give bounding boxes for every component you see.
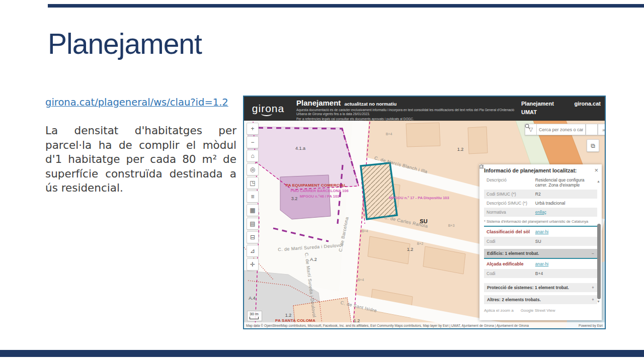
scroll-up-icon[interactable]: ▲	[597, 179, 600, 183]
legend-button[interactable]: ≡	[247, 191, 259, 203]
basemap-gallery-button[interactable]: ▦	[247, 204, 259, 216]
table-row: Codi B+4	[484, 269, 597, 278]
slide-hyperlink[interactable]: girona.cat/plageneral/ws/clau?id=1.2	[45, 97, 228, 108]
top-accent-bar	[48, 4, 644, 8]
map-label: A.4	[249, 296, 256, 301]
map-canvas[interactable]: 4.1.a3.2A.2A.4SUPA EQUIPAMENT COMERCIALP…	[244, 121, 605, 328]
map-label: B+3	[448, 224, 455, 227]
collapse-icon[interactable]: −	[592, 251, 594, 256]
table-row: Descripció SIMUC (*) Urbà tradicional	[484, 199, 597, 208]
page-title: Planejament	[48, 27, 202, 60]
map-attribution: Map data © OpenStreetMap contributors, M…	[244, 322, 605, 328]
header-disclaimer-1: Aquesta documentació és de caràcter excl…	[296, 108, 517, 116]
scale-bar: 30 m	[247, 311, 262, 321]
map-label: B+4	[386, 132, 392, 136]
anar-hi-link[interactable]: anar-hi	[535, 229, 548, 234]
planejament-app-window: girona Planejament actualitzat no normat…	[243, 96, 606, 329]
map-label: 3.2	[291, 196, 298, 201]
anar-hi-link[interactable]: anar-hi	[535, 261, 548, 266]
panel-footnote: * Sistema d'informació del planejament u…	[479, 217, 602, 226]
info-panel: Informació de planejament localitzat: × …	[479, 164, 602, 320]
bottom-accent-bar	[0, 350, 644, 357]
app-header: girona Planejament actualitzat no normat…	[244, 97, 605, 121]
header-right-org: UMAT	[521, 108, 601, 117]
logo-smile-icon	[261, 111, 272, 116]
fullscreen-button[interactable]: ◳	[247, 177, 259, 189]
group-alcada: Alçada edificable anar-hi Codi B+4	[484, 258, 597, 278]
map-label: A.2	[310, 257, 317, 262]
map-label: MPGOU n.º46 / PA 103	[300, 194, 340, 199]
search-input[interactable]	[537, 124, 586, 135]
map-label: PA EQUIPAMENT COMERCIAL	[286, 183, 346, 188]
map-label: 4.1.a	[295, 146, 305, 151]
map-toolbar: +−⌂◎◳≡▦▤⊟⊿✛	[247, 123, 259, 270]
section-altres[interactable]: Altres: 2 elements trobats. +	[484, 295, 597, 304]
app-title: Planejament	[296, 99, 341, 107]
map-label: MPGOU n.º 17 - PA Dispositiu 103	[389, 196, 449, 200]
powered-by-esri: Powered by Esri	[579, 324, 603, 327]
panel-footer: Aplica el zoom a Google Street View	[479, 304, 602, 317]
scale-rule	[250, 317, 259, 319]
map-label: 1.2	[407, 247, 414, 252]
slide-paragraph: La densitat d'habitatges per parcel·la h…	[45, 124, 236, 196]
table-row: Codi SU	[484, 237, 597, 246]
map-label: B+2	[417, 242, 424, 245]
map-label: B+4	[358, 278, 364, 282]
info-panel-title: Informació de planejament localitzat:	[479, 164, 602, 175]
expand-icon[interactable]: +	[592, 297, 594, 302]
apply-zoom-link[interactable]: Aplica el zoom a	[484, 308, 514, 313]
girona-logo[interactable]: girona	[244, 97, 292, 121]
header-right-title: Planejament	[521, 100, 554, 108]
selected-parcel	[361, 163, 397, 219]
panel-scrollbar[interactable]	[597, 224, 601, 299]
search-expand-button[interactable]: »	[598, 124, 605, 135]
app-subtitle: actualitzat no normatiu	[344, 101, 396, 107]
close-icon[interactable]: ×	[594, 166, 598, 174]
normativa-link[interactable]: enllaç	[535, 210, 595, 215]
search-button[interactable]	[586, 124, 598, 135]
home-button[interactable]: ⌂	[247, 150, 259, 162]
section-edificis[interactable]: Edificis: 1 element trobat. −	[484, 249, 597, 258]
locate-button[interactable]: ◎	[247, 163, 259, 175]
table-row: Descripció Residencial que configura car…	[484, 175, 597, 190]
expand-icon[interactable]: +	[592, 285, 594, 290]
table-row: Normativa enllaç	[484, 208, 597, 217]
scroll-down-icon[interactable]: ▼	[597, 300, 600, 303]
map-label: PMU CARRER BARCELONA 106	[290, 189, 348, 193]
map-label: 1.2	[285, 313, 292, 318]
layers-button[interactable]: ▤	[247, 218, 259, 230]
search-icon	[525, 124, 530, 129]
section-proteccio[interactable]: Protecció de sistemes: 1 element trobat.…	[484, 283, 597, 292]
oblique-view-button[interactable]: ⧉	[587, 139, 599, 152]
measure-button[interactable]: ⊿	[247, 245, 259, 257]
map-label: B+4	[362, 229, 368, 233]
zoom-out-button[interactable]: −	[247, 136, 259, 148]
group-classificacio: Classificació del sòl anar-hi Codi SU	[484, 226, 597, 246]
google-streetview-link[interactable]: Google Street View	[521, 308, 555, 313]
header-right-site[interactable]: girona.cat	[574, 100, 601, 108]
table-row: Codi SIMUC (*) R2	[484, 190, 597, 199]
zoom-in-button[interactable]: +	[247, 123, 259, 135]
pan-button[interactable]: ✛	[247, 258, 259, 270]
print-button[interactable]: ⊟	[247, 231, 259, 243]
map-label: 1.2	[457, 147, 464, 152]
streetview-icon	[479, 164, 484, 169]
search-widget: ▽ »	[525, 124, 605, 135]
